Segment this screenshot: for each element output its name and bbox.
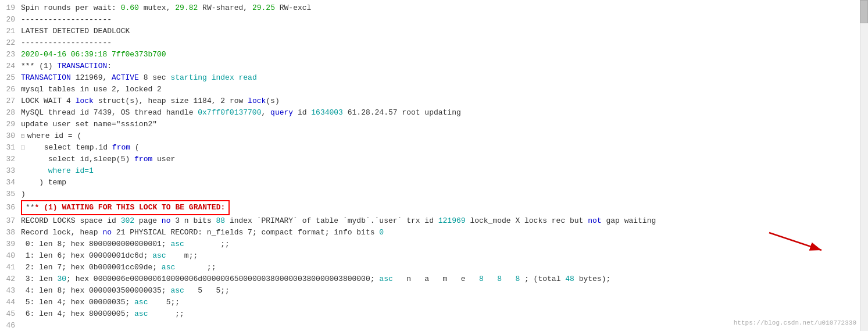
line-content: 2020-04-16 06:39:18 7ff0e373b700 (21, 49, 863, 60)
token: select id,sleep(5) (21, 155, 134, 163)
token: ;; (184, 240, 230, 248)
line-number: 37 (0, 215, 21, 227)
token: 0 (379, 228, 384, 237)
token: 2020-04-16 06:39:18 7ff0e373b700 (21, 50, 166, 59)
token: ; (total (520, 275, 565, 283)
token: ( (130, 143, 140, 152)
scrollbar[interactable] (860, 0, 868, 331)
token: *** (1) (21, 62, 57, 70)
token (484, 275, 497, 283)
token: no (162, 216, 171, 225)
line-number: 44 (0, 297, 21, 308)
line-number: 22 (0, 37, 21, 49)
token: RW-shared, (198, 3, 252, 12)
token: bytes); (574, 275, 610, 283)
token: no (102, 228, 112, 237)
token: 5: len 4; hex 00000035; (21, 298, 134, 307)
token: mutex, (139, 3, 175, 12)
token: where id=1 (21, 166, 94, 175)
token: ) temp (21, 178, 66, 187)
scrollbar-thumb[interactable] (860, 0, 868, 23)
line-content: ) temp (21, 177, 863, 188)
line-number: 29 (0, 119, 21, 130)
token: 8 (479, 275, 484, 283)
table-row: 26mysql tables in use 2, locked 2 (0, 84, 868, 95)
line-content: 2: len 7; hex 0b000001cc09de; asc ;; (21, 262, 863, 273)
token: 1634003 (311, 108, 343, 117)
line-content: where id=1 (21, 165, 863, 177)
line-number: 24 (0, 60, 21, 72)
table-row: 40 1: len 6; hex 00000001dc6d; asc m;; (0, 250, 868, 262)
table-row: 33 where id=1 (0, 165, 868, 177)
line-number: 28 (0, 107, 21, 119)
table-row: 35) (0, 188, 868, 200)
watermark: https://blog.csdn.net/u010772330 (734, 319, 856, 326)
token: 2: len 7; hex 0b000001cc09de; (21, 263, 162, 272)
table-row: 39 0: len 8; hex 8000000000000001; asc ;… (0, 239, 868, 250)
line-content: 3: len 30; hex 0000006e000000610000006d0… (21, 273, 863, 285)
table-row: 24*** (1) TRANSACTION: (0, 60, 868, 72)
line-content: *** (1) WAITING FOR THIS LOCK TO BE GRAN… (21, 200, 863, 215)
table-row: 43 4: len 8; hex 0000003500000035; asc 5… (0, 285, 868, 297)
line-number: 33 (0, 165, 21, 177)
token: 4: len 8; hex 0000003500000035; (21, 286, 170, 295)
line-content: mysql tables in use 2, locked 2 (21, 84, 863, 95)
line-number: 19 (0, 2, 21, 14)
line-content: *** (1) TRANSACTION: (21, 60, 863, 72)
token: 61.28.24.57 root updating (343, 108, 461, 117)
token: 3: len (21, 275, 57, 283)
token: asc (379, 275, 392, 283)
line-content: Record lock, heap no 21 PHYSICAL RECORD:… (21, 227, 863, 239)
table-row: 45 6: len 4; hex 80000005; asc ;; (0, 308, 868, 320)
line-number: 31 (0, 142, 21, 154)
line-number: 25 (0, 72, 21, 84)
line-content: 4: len 8; hex 0000003500000035; asc 5 5;… (21, 285, 863, 297)
token: asc (170, 240, 184, 248)
table-row: 232020-04-16 06:39:18 7ff0e373b700 (0, 49, 868, 60)
line-number: 30 (0, 130, 21, 142)
table-row: 38Record lock, heap no 21 PHYSICAL RECOR… (0, 227, 868, 239)
token: ;; (148, 309, 184, 318)
token: 302 (121, 216, 134, 225)
token: 21 PHYSICAL RECORD: n_fields 7; compact … (112, 228, 379, 237)
line-content: Spin rounds per wait: 0.60 mutex, 29.82 … (21, 2, 863, 14)
token: RW-excl (275, 3, 311, 12)
token: (s) (266, 97, 279, 105)
table-row: 28MySQL thread id 7439, OS thread handle… (0, 107, 868, 119)
line-number: 42 (0, 273, 21, 285)
line-content: MySQL thread id 7439, OS thread handle 0… (21, 107, 863, 119)
table-row: 37RECORD LOCKS space id 302 page no 3 n … (0, 215, 868, 227)
token: 6: len 4; hex 80000005; (21, 309, 134, 318)
line-number: 23 (0, 49, 21, 60)
token: Record lock, heap (21, 228, 102, 237)
fold-marker[interactable]: ⊟ (21, 130, 25, 142)
token: lock (76, 97, 94, 105)
line-content: 0: len 8; hex 8000000000000001; asc ;; (21, 239, 863, 250)
table-row: 31□ select temp.id from ( (0, 142, 868, 154)
line-number: 35 (0, 188, 21, 200)
table-row: 30⊟where id = ( (0, 130, 868, 142)
token: id (293, 108, 311, 117)
line-content: 1: len 6; hex 00000001dc6d; asc m;; (21, 250, 863, 262)
token: from (112, 143, 130, 152)
token: select temp.id (26, 143, 112, 152)
table-row: 44 5: len 4; hex 00000035; asc 5;; (0, 297, 868, 308)
token: ;; (175, 263, 216, 272)
token: TRANSACTION (57, 62, 107, 70)
line-content: 5: len 4; hex 00000035; asc 5;; (21, 297, 863, 308)
table-row: 29update user set name="sssion2" (0, 119, 868, 130)
table-row: 42 3: len 30; hex 0000006e00000061000000… (0, 273, 868, 285)
code-container: 19Spin rounds per wait: 0.60 mutex, 29.8… (0, 0, 868, 331)
line-number: 40 (0, 250, 21, 262)
table-row: 22-------------------- (0, 37, 868, 49)
token: 48 (565, 275, 574, 283)
token: not (588, 216, 601, 225)
token: starting index read (170, 73, 256, 82)
token: Spin rounds per wait: (21, 3, 121, 12)
token: mysql (21, 85, 44, 94)
token: MySQL thread id 7439, OS thread handle (21, 108, 198, 117)
token: LOCK WAIT (21, 97, 62, 105)
line-number: 41 (0, 262, 21, 273)
fold-marker-left[interactable]: □ (21, 142, 25, 154)
token: 121969, (71, 73, 112, 82)
